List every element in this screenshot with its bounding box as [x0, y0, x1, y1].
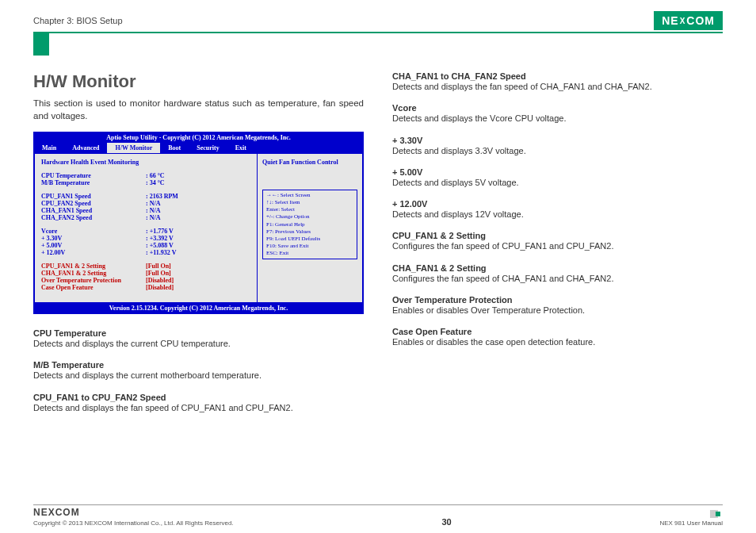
desc-item: VcoreDetects and displays the Vcore CPU …	[392, 103, 723, 124]
bios-tab-hwmonitor[interactable]: H/W Monitor	[107, 143, 160, 153]
bios-option: CPU_FAN1 & 2 Setting[Full On]	[41, 263, 250, 270]
bios-footer: Version 2.15.1234. Copyright (C) 2012 Am…	[34, 303, 363, 313]
desc-item: + 3.30VDetects and displays 3.3V voltage…	[392, 136, 723, 156]
desc-item: CPU_FAN1 & 2 SettingConfigures the fan s…	[392, 231, 723, 251]
bios-heading: Hardware Health Event Monitoring	[41, 159, 250, 166]
desc-item: Over Temperature ProtectionEnables or di…	[392, 295, 723, 316]
bios-row: CPU_FAN1 Speed: 2163 RPM	[41, 193, 250, 200]
intro-text: This section is used to monitor hardware…	[33, 97, 364, 122]
bios-tab-advanced[interactable]: Advanced	[64, 143, 107, 153]
brand-logo: NEXCOM	[654, 11, 723, 30]
footer-brand: NEXCOM	[33, 507, 234, 518]
desc-item: Case Open FeatureEnables or disables the…	[392, 327, 723, 347]
page-number: 30	[441, 517, 451, 527]
bios-row: + 5.00V: +5.088 V	[41, 242, 250, 249]
page-footer: NEXCOM Copyright © 2013 NEXCOM Internati…	[33, 504, 723, 527]
bios-row: CPU_FAN2 Speed: N/A	[41, 200, 250, 207]
bios-tabs: Main Advanced H/W Monitor Boot Security …	[34, 143, 363, 153]
bios-option: CHA_FAN1 & 2 Setting[Full On]	[41, 270, 250, 277]
right-descriptions: CHA_FAN1 to CHA_FAN2 SpeedDetects and di…	[392, 71, 723, 348]
header-rule	[33, 32, 723, 33]
desc-item: CPU TemperatureDetects and displays the …	[33, 328, 364, 349]
desc-item: M/B TemperatureDetects and displays the …	[33, 360, 364, 381]
bios-row: CHA_FAN1 Speed: N/A	[41, 207, 250, 214]
footer-right: NEX 981 User Manual	[659, 510, 723, 527]
right-column: CHA_FAN1 to CHA_FAN2 SpeedDetects and di…	[392, 71, 723, 424]
header-bar: Chapter 3: BIOS Setup NEXCOM	[33, 11, 723, 30]
bios-hints: →←: Select Screen ↑↓: Select Item Enter:…	[262, 190, 357, 259]
bios-row: + 12.00V: +11.932 V	[41, 249, 250, 256]
footer-square-icon	[716, 512, 720, 516]
bios-row: Vcore: +1.776 V	[41, 228, 250, 235]
side-accent	[33, 32, 49, 56]
bios-option: Over Temperature Protection[Disabled]	[41, 277, 250, 284]
desc-item: CHA_FAN1 & 2 SettingConfigures the fan s…	[392, 263, 723, 284]
desc-item: + 12.00VDetects and displays 12V voltage…	[392, 199, 723, 220]
bios-side-note: Quiet Fan Function Control	[262, 159, 357, 166]
bios-tab-boot[interactable]: Boot	[160, 143, 189, 153]
bios-main-panel: Hardware Health Event Monitoring CPU Tem…	[35, 154, 258, 302]
bios-tab-security[interactable]: Security	[189, 143, 227, 153]
desc-item: CPU_FAN1 to CPU_FAN2 SpeedDetects and di…	[33, 393, 364, 413]
bios-tab-exit[interactable]: Exit	[227, 143, 254, 153]
left-descriptions: CPU TemperatureDetects and displays the …	[33, 328, 364, 413]
main-content: H/W Monitor This section is used to moni…	[33, 71, 723, 424]
bios-row: CPU Temperature: 66 °C	[41, 172, 250, 179]
bios-title: Aptio Setup Utility - Copyright (C) 2012…	[34, 132, 363, 143]
bios-row: + 3.30V: +3.392 V	[41, 235, 250, 242]
chapter-label: Chapter 3: BIOS Setup	[33, 16, 123, 25]
left-column: H/W Monitor This section is used to moni…	[33, 71, 364, 424]
bios-option: Case Open Feature[Disabled]	[41, 284, 250, 291]
footer-left: NEXCOM Copyright © 2013 NEXCOM Internati…	[33, 507, 234, 527]
footer-copyright: Copyright © 2013 NEXCOM International Co…	[33, 520, 234, 527]
bios-body: Hardware Health Event Monitoring CPU Tem…	[34, 153, 363, 303]
bios-tab-main[interactable]: Main	[34, 143, 64, 153]
desc-item: + 5.00VDetects and displays 5V voltage.	[392, 167, 723, 188]
bios-row: CHA_FAN2 Speed: N/A	[41, 214, 250, 221]
bios-side-panel: Quiet Fan Function Control →←: Select Sc…	[258, 154, 362, 302]
page-title: H/W Monitor	[33, 71, 364, 92]
footer-manual: NEX 981 User Manual	[659, 520, 723, 527]
desc-item: CHA_FAN1 to CHA_FAN2 SpeedDetects and di…	[392, 71, 723, 92]
bios-row: M/B Temperature: 34 °C	[41, 179, 250, 186]
bios-window: Aptio Setup Utility - Copyright (C) 2012…	[33, 132, 364, 314]
